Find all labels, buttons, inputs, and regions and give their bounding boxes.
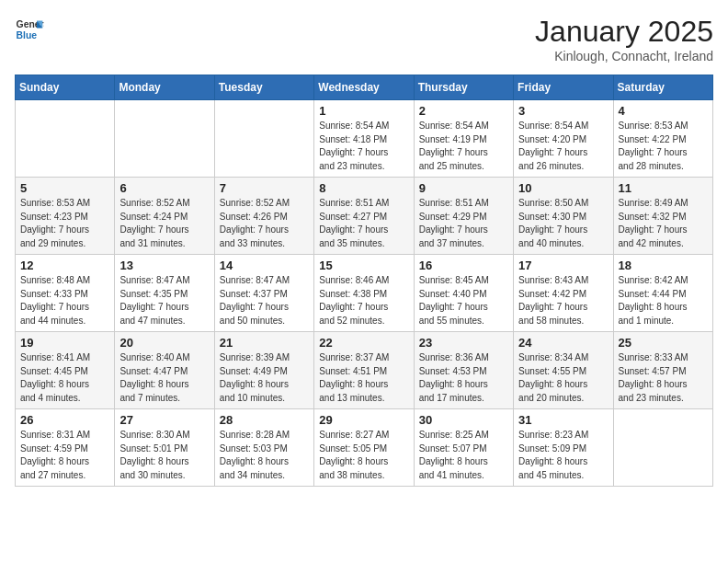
day-number: 20	[119, 336, 209, 350]
day-info: Sunrise: 8:47 AM Sunset: 4:35 PM Dayligh…	[119, 274, 209, 327]
day-info: Sunrise: 8:49 AM Sunset: 4:32 PM Dayligh…	[619, 197, 708, 250]
weekday-header-thursday: Thursday	[414, 75, 513, 100]
day-cell-31: 31Sunrise: 8:23 AM Sunset: 5:09 PM Dayli…	[514, 409, 613, 487]
day-info: Sunrise: 8:51 AM Sunset: 4:27 PM Dayligh…	[319, 197, 408, 250]
weekday-header-tuesday: Tuesday	[214, 75, 313, 100]
day-cell-26: 26Sunrise: 8:31 AM Sunset: 4:59 PM Dayli…	[16, 409, 115, 487]
day-number: 26	[20, 413, 109, 427]
title-block: January 2025 Kinlough, Connacht, Ireland	[535, 15, 713, 63]
day-info: Sunrise: 8:39 AM Sunset: 4:49 PM Dayligh…	[220, 351, 309, 405]
svg-text:Blue: Blue	[17, 30, 38, 40]
day-number: 28	[220, 413, 309, 427]
day-cell-19: 19Sunrise: 8:41 AM Sunset: 4:45 PM Dayli…	[16, 332, 115, 409]
day-cell-2: 2Sunrise: 8:54 AM Sunset: 4:19 PM Daylig…	[414, 100, 513, 178]
day-info: Sunrise: 8:52 AM Sunset: 4:26 PM Dayligh…	[220, 197, 309, 250]
day-cell-24: 24Sunrise: 8:34 AM Sunset: 4:55 PM Dayli…	[514, 332, 613, 409]
day-number: 19	[20, 336, 109, 350]
empty-cell	[613, 409, 712, 487]
weekday-header-sunday: Sunday	[16, 75, 115, 100]
day-info: Sunrise: 8:50 AM Sunset: 4:30 PM Dayligh…	[518, 197, 608, 250]
weekday-header-saturday: Saturday	[613, 75, 712, 100]
day-number: 10	[518, 181, 608, 195]
day-number: 3	[518, 104, 608, 118]
day-cell-18: 18Sunrise: 8:42 AM Sunset: 4:44 PM Dayli…	[613, 255, 712, 332]
day-number: 17	[518, 259, 608, 272]
day-number: 24	[518, 336, 608, 350]
day-info: Sunrise: 8:40 AM Sunset: 4:47 PM Dayligh…	[119, 351, 209, 405]
week-row-3: 12Sunrise: 8:48 AM Sunset: 4:33 PM Dayli…	[16, 255, 713, 332]
day-number: 12	[20, 259, 109, 272]
day-number: 6	[119, 181, 209, 195]
day-info: Sunrise: 8:53 AM Sunset: 4:22 PM Dayligh…	[619, 120, 708, 173]
empty-cell	[16, 100, 115, 178]
day-info: Sunrise: 8:27 AM Sunset: 5:05 PM Dayligh…	[319, 429, 408, 482]
day-info: Sunrise: 8:43 AM Sunset: 4:42 PM Dayligh…	[518, 274, 608, 327]
day-info: Sunrise: 8:33 AM Sunset: 4:57 PM Dayligh…	[619, 351, 708, 405]
day-info: Sunrise: 8:54 AM Sunset: 4:18 PM Dayligh…	[319, 120, 408, 173]
day-cell-28: 28Sunrise: 8:28 AM Sunset: 5:03 PM Dayli…	[214, 409, 313, 487]
day-number: 2	[419, 104, 508, 118]
day-cell-12: 12Sunrise: 8:48 AM Sunset: 4:33 PM Dayli…	[16, 255, 115, 332]
day-info: Sunrise: 8:46 AM Sunset: 4:38 PM Dayligh…	[319, 274, 408, 327]
week-row-1: 1Sunrise: 8:54 AM Sunset: 4:18 PM Daylig…	[16, 100, 713, 178]
day-cell-27: 27Sunrise: 8:30 AM Sunset: 5:01 PM Dayli…	[115, 409, 214, 487]
day-cell-17: 17Sunrise: 8:43 AM Sunset: 4:42 PM Dayli…	[514, 255, 613, 332]
day-number: 29	[319, 413, 408, 427]
day-number: 9	[419, 181, 508, 195]
empty-cell	[115, 100, 214, 178]
day-number: 14	[220, 259, 309, 272]
empty-cell	[214, 100, 313, 178]
day-info: Sunrise: 8:41 AM Sunset: 4:45 PM Dayligh…	[20, 351, 109, 405]
day-cell-21: 21Sunrise: 8:39 AM Sunset: 4:49 PM Dayli…	[214, 332, 313, 409]
month-title: January 2025	[535, 15, 713, 49]
day-number: 22	[319, 336, 408, 350]
day-cell-16: 16Sunrise: 8:45 AM Sunset: 4:40 PM Dayli…	[414, 255, 513, 332]
day-number: 13	[119, 259, 209, 272]
day-number: 7	[220, 181, 309, 195]
day-cell-29: 29Sunrise: 8:27 AM Sunset: 5:05 PM Dayli…	[314, 409, 414, 487]
day-info: Sunrise: 8:48 AM Sunset: 4:33 PM Dayligh…	[20, 274, 109, 327]
day-number: 16	[419, 259, 508, 272]
weekday-header-monday: Monday	[115, 75, 214, 100]
day-number: 5	[20, 181, 109, 195]
day-number: 27	[119, 413, 209, 427]
day-number: 11	[619, 181, 708, 195]
day-info: Sunrise: 8:54 AM Sunset: 4:19 PM Dayligh…	[419, 120, 508, 173]
day-info: Sunrise: 8:34 AM Sunset: 4:55 PM Dayligh…	[518, 351, 608, 405]
day-info: Sunrise: 8:28 AM Sunset: 5:03 PM Dayligh…	[220, 429, 309, 482]
day-cell-7: 7Sunrise: 8:52 AM Sunset: 4:26 PM Daylig…	[214, 178, 313, 255]
page-header: General Blue January 2025 Kinlough, Conn…	[15, 15, 713, 63]
weekday-header-row: SundayMondayTuesdayWednesdayThursdayFrid…	[16, 75, 713, 100]
day-info: Sunrise: 8:53 AM Sunset: 4:23 PM Dayligh…	[20, 197, 109, 250]
day-info: Sunrise: 8:37 AM Sunset: 4:51 PM Dayligh…	[319, 351, 408, 405]
day-cell-9: 9Sunrise: 8:51 AM Sunset: 4:29 PM Daylig…	[414, 178, 513, 255]
logo: General Blue	[15, 15, 44, 44]
day-number: 30	[419, 413, 508, 427]
day-number: 18	[619, 259, 708, 272]
day-info: Sunrise: 8:25 AM Sunset: 5:07 PM Dayligh…	[419, 429, 508, 482]
day-number: 1	[319, 104, 408, 118]
day-info: Sunrise: 8:30 AM Sunset: 5:01 PM Dayligh…	[119, 429, 209, 482]
day-number: 8	[319, 181, 408, 195]
day-number: 25	[619, 336, 708, 350]
day-cell-23: 23Sunrise: 8:36 AM Sunset: 4:53 PM Dayli…	[414, 332, 513, 409]
week-row-5: 26Sunrise: 8:31 AM Sunset: 4:59 PM Dayli…	[16, 409, 713, 487]
day-info: Sunrise: 8:52 AM Sunset: 4:24 PM Dayligh…	[119, 197, 209, 250]
day-info: Sunrise: 8:42 AM Sunset: 4:44 PM Dayligh…	[619, 274, 708, 327]
day-cell-5: 5Sunrise: 8:53 AM Sunset: 4:23 PM Daylig…	[16, 178, 115, 255]
week-row-2: 5Sunrise: 8:53 AM Sunset: 4:23 PM Daylig…	[16, 178, 713, 255]
day-cell-3: 3Sunrise: 8:54 AM Sunset: 4:20 PM Daylig…	[514, 100, 613, 178]
day-cell-1: 1Sunrise: 8:54 AM Sunset: 4:18 PM Daylig…	[314, 100, 414, 178]
day-info: Sunrise: 8:51 AM Sunset: 4:29 PM Dayligh…	[419, 197, 508, 250]
day-cell-4: 4Sunrise: 8:53 AM Sunset: 4:22 PM Daylig…	[613, 100, 712, 178]
day-cell-6: 6Sunrise: 8:52 AM Sunset: 4:24 PM Daylig…	[115, 178, 214, 255]
day-cell-20: 20Sunrise: 8:40 AM Sunset: 4:47 PM Dayli…	[115, 332, 214, 409]
day-info: Sunrise: 8:36 AM Sunset: 4:53 PM Dayligh…	[419, 351, 508, 405]
day-number: 31	[518, 413, 608, 427]
day-cell-22: 22Sunrise: 8:37 AM Sunset: 4:51 PM Dayli…	[314, 332, 414, 409]
day-cell-25: 25Sunrise: 8:33 AM Sunset: 4:57 PM Dayli…	[613, 332, 712, 409]
logo-icon: General Blue	[15, 15, 44, 44]
day-cell-8: 8Sunrise: 8:51 AM Sunset: 4:27 PM Daylig…	[314, 178, 414, 255]
day-cell-11: 11Sunrise: 8:49 AM Sunset: 4:32 PM Dayli…	[613, 178, 712, 255]
day-info: Sunrise: 8:31 AM Sunset: 4:59 PM Dayligh…	[20, 429, 109, 482]
